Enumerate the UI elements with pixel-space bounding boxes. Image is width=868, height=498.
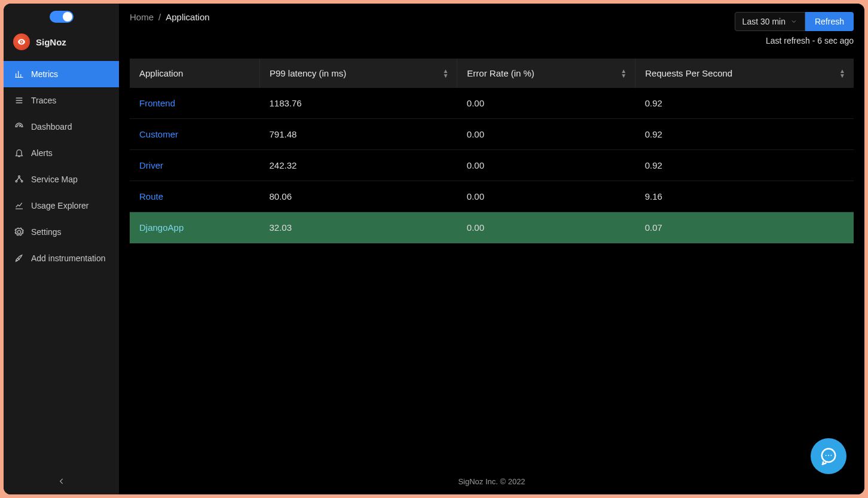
sidebar-item-label: Traces bbox=[31, 96, 56, 105]
sort-icon[interactable]: ▲▼ bbox=[442, 69, 448, 78]
application-link[interactable]: Driver bbox=[139, 160, 163, 170]
sidebar-item-label: Metrics bbox=[31, 69, 58, 79]
sidebar: SigNoz MetricsTracesDashboardAlertsServi… bbox=[4, 4, 119, 494]
column-label: P99 latency (in ms) bbox=[270, 68, 346, 78]
sort-icon[interactable]: ▲▼ bbox=[621, 69, 626, 78]
p99-cell: 32.03 bbox=[259, 212, 457, 243]
p99-cell: 791.48 bbox=[259, 119, 457, 150]
sidebar-item-usage-explorer[interactable]: Usage Explorer bbox=[4, 193, 119, 219]
refresh-button[interactable]: Refresh bbox=[805, 12, 854, 31]
column-header[interactable]: Error Rate (in %)▲▼ bbox=[457, 59, 635, 88]
sidebar-item-traces[interactable]: Traces bbox=[4, 87, 119, 114]
column-header[interactable]: P99 latency (in ms)▲▼ bbox=[259, 59, 457, 88]
column-header: Application bbox=[130, 59, 259, 88]
sidebar-item-settings[interactable]: Settings bbox=[4, 219, 119, 245]
error-rate-cell: 0.00 bbox=[457, 150, 635, 181]
table-row: Route80.060.009.16 bbox=[130, 181, 854, 212]
svg-point-2 bbox=[828, 455, 829, 456]
eye-icon bbox=[17, 37, 26, 47]
svg-point-1 bbox=[826, 455, 827, 456]
sidebar-item-label: Dashboard bbox=[31, 122, 72, 132]
chevron-left-icon bbox=[57, 477, 66, 485]
table-row: DjangoApp32.030.000.07 bbox=[130, 212, 854, 243]
breadcrumb-sep: / bbox=[158, 12, 161, 22]
column-header[interactable]: Requests Per Second▲▼ bbox=[635, 59, 854, 88]
p99-cell: 242.32 bbox=[259, 150, 457, 181]
sidebar-item-dashboard[interactable]: Dashboard bbox=[4, 114, 119, 140]
sort-icon[interactable]: ▲▼ bbox=[839, 69, 845, 78]
column-label: Application bbox=[139, 68, 183, 78]
breadcrumb-current: Application bbox=[166, 12, 209, 22]
chat-icon bbox=[820, 447, 838, 465]
sidebar-item-label: Service Map bbox=[31, 175, 78, 184]
bar-chart-icon bbox=[14, 69, 24, 79]
last-refresh-text: Last refresh - 6 sec ago bbox=[735, 36, 854, 45]
brand-logo bbox=[13, 33, 30, 50]
application-link[interactable]: Customer bbox=[139, 129, 178, 139]
rocket-icon bbox=[14, 253, 24, 263]
rps-cell: 0.92 bbox=[635, 150, 854, 181]
time-range-label: Last 30 min bbox=[742, 17, 786, 26]
time-range-select[interactable]: Last 30 min bbox=[735, 12, 805, 31]
table-row: Customer791.480.000.92 bbox=[130, 119, 854, 150]
error-rate-cell: 0.00 bbox=[457, 212, 635, 243]
sidebar-item-label: Settings bbox=[31, 227, 62, 237]
main-content: Home / Application Last 30 min Refresh L… bbox=[119, 4, 864, 494]
breadcrumb-home[interactable]: Home bbox=[130, 12, 154, 22]
graph-icon bbox=[14, 175, 24, 184]
rps-cell: 0.92 bbox=[635, 119, 854, 150]
error-rate-cell: 0.00 bbox=[457, 181, 635, 212]
error-rate-cell: 0.00 bbox=[457, 119, 635, 150]
rps-cell: 9.16 bbox=[635, 181, 854, 212]
sidebar-item-service-map[interactable]: Service Map bbox=[4, 166, 119, 193]
application-link[interactable]: DjangoApp bbox=[139, 222, 184, 233]
error-rate-cell: 0.00 bbox=[457, 88, 635, 119]
table-row: Driver242.320.000.92 bbox=[130, 150, 854, 181]
toggle-knob bbox=[63, 12, 72, 22]
application-link[interactable]: Frontend bbox=[139, 98, 175, 108]
svg-point-3 bbox=[830, 455, 832, 456]
brand-name: SigNoz bbox=[36, 37, 66, 47]
applications-table: ApplicationP99 latency (in ms)▲▼Error Ra… bbox=[130, 59, 854, 243]
sidebar-collapse-button[interactable] bbox=[4, 470, 119, 494]
column-label: Requests Per Second bbox=[645, 68, 732, 78]
sidebar-item-alerts[interactable]: Alerts bbox=[4, 140, 119, 166]
sidebar-item-label: Add instrumentation bbox=[31, 253, 106, 263]
rps-cell: 0.92 bbox=[635, 88, 854, 119]
chat-button[interactable] bbox=[811, 438, 846, 474]
theme-toggle[interactable] bbox=[50, 11, 74, 23]
p99-cell: 1183.76 bbox=[259, 88, 457, 119]
bell-icon bbox=[14, 148, 24, 158]
gear-icon bbox=[14, 227, 24, 237]
brand: SigNoz bbox=[4, 26, 119, 61]
sidebar-item-label: Usage Explorer bbox=[31, 201, 89, 210]
nav-list: MetricsTracesDashboardAlertsService MapU… bbox=[4, 61, 119, 271]
sidebar-item-add-instrumentation[interactable]: Add instrumentation bbox=[4, 245, 119, 271]
rps-cell: 0.07 bbox=[635, 212, 854, 243]
topbar: Home / Application Last 30 min Refresh L… bbox=[119, 4, 864, 50]
column-label: Error Rate (in %) bbox=[467, 68, 534, 78]
footer-text: SigNoz Inc. © 2022 bbox=[119, 471, 864, 494]
gauge-icon bbox=[14, 122, 24, 132]
application-link[interactable]: Route bbox=[139, 191, 163, 201]
sidebar-item-metrics[interactable]: Metrics bbox=[4, 61, 119, 87]
table-row: Frontend1183.760.000.92 bbox=[130, 88, 854, 119]
sidebar-item-label: Alerts bbox=[31, 148, 53, 158]
chevron-down-icon bbox=[790, 18, 797, 25]
p99-cell: 80.06 bbox=[259, 181, 457, 212]
line-chart-icon bbox=[14, 201, 24, 210]
breadcrumb: Home / Application bbox=[130, 12, 210, 22]
lines-icon bbox=[14, 96, 24, 105]
